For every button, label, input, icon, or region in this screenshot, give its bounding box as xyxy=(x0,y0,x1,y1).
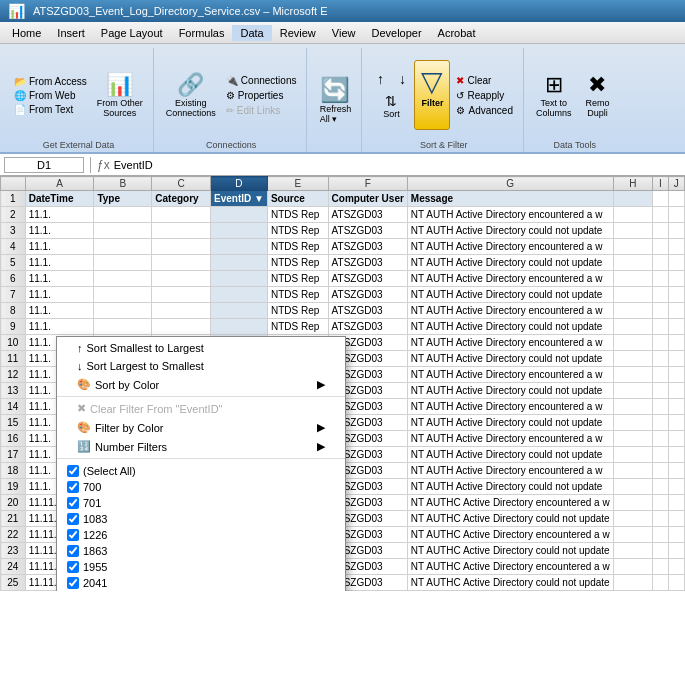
refresh-button[interactable]: 🔄 RefreshAll ▾ xyxy=(315,74,355,126)
checkbox-1863-input[interactable] xyxy=(67,545,79,557)
reapply-button[interactable]: ↺ Reapply xyxy=(452,89,516,102)
cell-e1[interactable]: Source xyxy=(267,191,328,207)
menu-view[interactable]: View xyxy=(324,25,364,41)
col-e-header[interactable]: E xyxy=(267,177,328,191)
ribbon-group-data-tools: ⊞ Text toColumns ✖ RemoDupli Data Tools xyxy=(526,48,624,152)
cell-h1[interactable] xyxy=(613,191,652,207)
corner-header xyxy=(1,177,26,191)
sort-largest-label: Sort Largest to Smallest xyxy=(87,360,204,372)
sort-largest-to-smallest[interactable]: ↓ Sort Largest to Smallest xyxy=(57,357,345,375)
checkbox-1226[interactable]: 1226 xyxy=(67,527,335,543)
menu-review[interactable]: Review xyxy=(272,25,324,41)
checkbox-700[interactable]: 700 xyxy=(67,479,335,495)
menu-acrobat[interactable]: Acrobat xyxy=(430,25,484,41)
checkbox-1863-label: 1863 xyxy=(83,545,107,557)
checkbox-1863[interactable]: 1863 xyxy=(67,543,335,559)
from-text-button[interactable]: 📄 From Text xyxy=(10,103,91,116)
col-f-header[interactable]: F xyxy=(328,177,407,191)
from-text-label: From Text xyxy=(29,104,73,115)
checkbox-1083-input[interactable] xyxy=(67,513,79,525)
number-filters-label: Number Filters xyxy=(95,441,167,453)
cell-i1[interactable] xyxy=(653,191,668,207)
connections-icon: 🔌 xyxy=(226,75,238,86)
checkbox-701-input[interactable] xyxy=(67,497,79,509)
ribbon-group-connections: 🔗 ExistingConnections 🔌 Connections ⚙ Pr… xyxy=(156,48,308,152)
checkbox-1955[interactable]: 1955 xyxy=(67,559,335,575)
properties-button[interactable]: ⚙ Properties xyxy=(222,89,301,102)
menu-developer[interactable]: Developer xyxy=(363,25,429,41)
existing-connections-button[interactable]: 🔗 ExistingConnections xyxy=(162,70,220,120)
table-row: 8 11.1. NTDS RepATSZGD03NT AUTH Active D… xyxy=(1,303,685,319)
col-b-header[interactable]: B xyxy=(94,177,152,191)
connections-button[interactable]: 🔌 Connections xyxy=(222,74,301,87)
advanced-button[interactable]: ⚙ Advanced xyxy=(452,104,516,117)
menu-data[interactable]: Data xyxy=(232,25,271,41)
sort-by-color[interactable]: 🎨 Sort by Color ▶ xyxy=(57,375,345,394)
menu-home[interactable]: Home xyxy=(4,25,49,41)
dropdown-filter-section: ✖ Clear Filter From "EventID" 🎨 Filter b… xyxy=(57,397,345,459)
connections-group-label: Connections xyxy=(206,140,256,152)
remove-duplicates-button[interactable]: ✖ RemoDupli xyxy=(577,70,617,120)
table-row: 5 11.1. NTDS RepATSZGD03NT AUTH Active D… xyxy=(1,255,685,271)
col-j-header[interactable]: J xyxy=(668,177,684,191)
checkbox-700-input[interactable] xyxy=(67,481,79,493)
cell-j1[interactable] xyxy=(668,191,684,207)
edit-links-icon: ✏ xyxy=(226,105,234,116)
filter-dropdown: ↑ Sort Smallest to Largest ↓ Sort Larges… xyxy=(56,336,346,591)
col-a-header[interactable]: A xyxy=(25,177,94,191)
checkbox-2041[interactable]: 2041 xyxy=(67,575,335,591)
checkbox-select-all[interactable]: (Select All) xyxy=(67,463,335,479)
refresh-icon: 🔄 xyxy=(320,76,350,104)
properties-label: Properties xyxy=(238,90,284,101)
col-i-header[interactable]: I xyxy=(653,177,668,191)
filter-by-color-item[interactable]: 🎨 Filter by Color ▶ xyxy=(57,418,345,437)
col-h-header[interactable]: H xyxy=(613,177,652,191)
checkbox-2041-label: 2041 xyxy=(83,577,107,589)
checkbox-1226-label: 1226 xyxy=(83,529,107,541)
cell-a1[interactable]: DateTime xyxy=(25,191,94,207)
advanced-icon: ⚙ xyxy=(456,105,465,116)
checkbox-701[interactable]: 701 xyxy=(67,495,335,511)
checkbox-1083[interactable]: 1083 xyxy=(67,511,335,527)
sort-button[interactable]: ⇅ Sort xyxy=(371,91,411,121)
reapply-label: Reapply xyxy=(467,90,504,101)
cell-c1[interactable]: Category xyxy=(152,191,211,207)
checkbox-1226-input[interactable] xyxy=(67,529,79,541)
clear-filter-icon: ✖ xyxy=(77,402,86,415)
number-filters-arrow: ▶ xyxy=(317,440,325,453)
sort-icon: ⇅ xyxy=(385,93,397,109)
filter-by-color-label: Filter by Color xyxy=(95,422,163,434)
menu-page-layout[interactable]: Page Layout xyxy=(93,25,171,41)
clear-button[interactable]: ✖ Clear xyxy=(452,74,516,87)
cell-g1[interactable]: Message xyxy=(407,191,613,207)
checkbox-select-all-input[interactable] xyxy=(67,465,79,477)
sort-asc-button[interactable]: ↑ xyxy=(370,69,390,89)
ribbon-group-get-external-data: 📂 From Access 🌐 From Web 📄 From Text 📊 F… xyxy=(4,48,154,152)
from-other-sources-button[interactable]: 📊 From OtherSources xyxy=(93,70,147,120)
from-access-button[interactable]: 📂 From Access xyxy=(10,75,91,88)
checkbox-2041-input[interactable] xyxy=(67,577,79,589)
number-filters-item[interactable]: 🔢 Number Filters ▶ xyxy=(57,437,345,456)
cell-f1[interactable]: Computer User xyxy=(328,191,407,207)
sort-smallest-to-largest[interactable]: ↑ Sort Smallest to Largest xyxy=(57,339,345,357)
text-to-columns-button[interactable]: ⊞ Text toColumns xyxy=(532,70,576,120)
formula-content: EventID xyxy=(114,159,681,171)
edit-links-button[interactable]: ✏ Edit Links xyxy=(222,104,301,117)
col-g-header[interactable]: G xyxy=(407,177,613,191)
menu-formulas[interactable]: Formulas xyxy=(171,25,233,41)
name-box[interactable] xyxy=(4,157,84,173)
text-to-columns-label: Text toColumns xyxy=(536,98,572,118)
cell-b1[interactable]: Type xyxy=(94,191,152,207)
clear-filter-item: ✖ Clear Filter From "EventID" xyxy=(57,399,345,418)
filter-button[interactable]: ▽ Filter xyxy=(414,60,450,130)
col-c-header[interactable]: C xyxy=(152,177,211,191)
col-d-header[interactable]: D xyxy=(211,177,268,191)
menu-bar: Home Insert Page Layout Formulas Data Re… xyxy=(0,22,685,44)
from-web-button[interactable]: 🌐 From Web xyxy=(10,89,91,102)
existing-connections-label: ExistingConnections xyxy=(166,98,216,118)
menu-insert[interactable]: Insert xyxy=(49,25,93,41)
cell-d1[interactable]: EventID ▼ xyxy=(211,191,268,207)
sort-desc-button[interactable]: ↓ xyxy=(392,69,412,89)
checkbox-1955-input[interactable] xyxy=(67,561,79,573)
table-row: 6 11.1. NTDS RepATSZGD03NT AUTH Active D… xyxy=(1,271,685,287)
